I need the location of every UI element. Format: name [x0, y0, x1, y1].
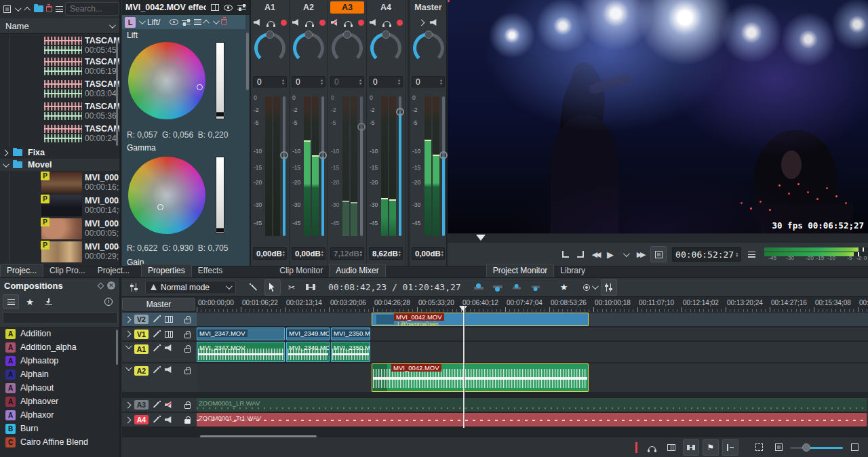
solo-headphones-icon[interactable]	[306, 21, 313, 26]
show-markers-button[interactable]	[683, 439, 699, 456]
monitor-menu-button[interactable]	[744, 246, 759, 262]
mute-icon[interactable]	[165, 401, 172, 408]
chevron-right-icon[interactable]	[125, 316, 132, 323]
balance-knob[interactable]	[332, 33, 363, 64]
timeline-clip[interactable]: MVI_2349.MOV	[286, 342, 330, 362]
snap-button[interactable]	[722, 439, 738, 456]
spinner-icon[interactable]	[359, 250, 363, 256]
move-effect-down-icon[interactable]	[213, 18, 220, 24]
show-audio-thumbnails-button[interactable]	[644, 439, 660, 456]
mixer-tab-master[interactable]: Master	[412, 1, 445, 14]
track-badge[interactable]: A4	[134, 415, 149, 424]
timeline-clip[interactable]: MVI_2350.MO	[331, 327, 370, 340]
timeline-clip-v2[interactable]: MVI_0042.MOV Lift/gamma/gain	[372, 313, 589, 326]
sliders-icon[interactable]	[237, 4, 246, 11]
timeline-settings-button[interactable]	[126, 279, 142, 296]
hide-video-icon[interactable]	[165, 331, 173, 338]
bin-item-audio[interactable]: TASCAM 00:05:45	[44, 35, 119, 57]
record-arm-icon[interactable]	[397, 20, 403, 26]
timeline-clip[interactable]: MVI_2347.MOV	[197, 327, 285, 340]
monitor-ruler[interactable]	[448, 233, 868, 243]
lock-icon[interactable]	[184, 319, 191, 323]
lane-v2[interactable]: MVI_0042.MOV Lift/gamma/gain	[197, 313, 868, 327]
volume-fader[interactable]	[357, 123, 366, 131]
volume-value[interactable]: 8,62dB	[369, 247, 403, 260]
volume-value[interactable]: 0,00dB	[253, 247, 287, 260]
composition-item[interactable]: AAlphaover	[0, 395, 119, 408]
chevron-down-icon[interactable]	[125, 342, 132, 349]
track-effects-icon[interactable]	[153, 315, 161, 323]
timeline-clip-a3[interactable]: ZOOM0001_LR.WAV	[197, 398, 867, 412]
record-arm-icon[interactable]	[319, 20, 326, 26]
tab-properties[interactable]: Properties	[141, 264, 192, 277]
bin-search-input[interactable]	[65, 2, 119, 16]
balance-knob[interactable]	[370, 33, 401, 64]
composition-item[interactable]: AAlphaatop	[0, 354, 119, 367]
bin-item-audio[interactable]: TASCAM 00:05:36	[44, 102, 119, 124]
compositions-download-button[interactable]	[41, 294, 57, 310]
collapse-mixer-icon[interactable]	[418, 19, 425, 26]
gamma-luma-slider[interactable]	[216, 157, 224, 234]
bin-item-video[interactable]: P MVI_0002.00:00:14;05	[41, 194, 119, 217]
add-clip-button[interactable]	[3, 2, 12, 16]
bin-name-header[interactable]: Name	[0, 18, 119, 34]
track-badge[interactable]: A2	[134, 366, 149, 376]
gamma-color-wheel[interactable]	[128, 157, 205, 234]
volume-fader[interactable]	[280, 151, 288, 159]
balance-value[interactable]: 0	[412, 76, 445, 87]
track-badge[interactable]: V2	[134, 315, 149, 324]
mix-clips-button[interactable]	[245, 279, 262, 296]
track-header-v2[interactable]: V2	[122, 313, 197, 327]
effects-scrollbar[interactable]	[246, 33, 249, 90]
balance-value[interactable]: 0	[292, 76, 326, 87]
compositions-list-view-button[interactable]	[3, 294, 19, 309]
razor-tool-button[interactable]	[283, 279, 300, 296]
compositions-info-button[interactable]	[100, 294, 117, 310]
compare-icon[interactable]	[211, 4, 219, 11]
lane-a4[interactable]: ZOOM0001_Tr1.WAV	[197, 413, 868, 427]
solo-headphones-icon[interactable]	[267, 21, 275, 26]
track-badge[interactable]: A1	[134, 344, 149, 354]
volume-value[interactable]: 0,00dB	[412, 247, 445, 260]
lift-slider-handle[interactable]	[216, 112, 224, 117]
effect-header-row[interactable]: L Lift/	[122, 15, 245, 29]
overwrite-zone-button[interactable]	[490, 279, 506, 296]
timeline-clip[interactable]: MVI_2349.MOV	[286, 327, 330, 340]
timeline-position-display[interactable]: 00:08:42,23 / 01:20:43,27	[328, 282, 461, 292]
volume-fader[interactable]	[396, 108, 404, 116]
track-badge[interactable]: A3	[134, 400, 149, 410]
tab-project-monitor[interactable]: Project Monitor	[486, 264, 555, 277]
track-effects-icon[interactable]	[153, 344, 161, 353]
composition-item[interactable]: BBurn	[0, 422, 119, 435]
lock-icon[interactable]	[184, 419, 191, 424]
delete-effect-icon[interactable]	[221, 19, 227, 25]
play-button[interactable]: ▶	[603, 246, 618, 262]
mute-icon[interactable]	[331, 19, 338, 26]
float-panel-icon[interactable]	[98, 282, 104, 289]
track-effects-icon[interactable]	[153, 416, 161, 424]
track-badge[interactable]: V1	[134, 330, 149, 339]
zone-mode-button[interactable]	[650, 246, 667, 262]
lane-a2[interactable]: MVI_0042.MOV	[197, 363, 868, 393]
bin-collapse-button[interactable]	[13, 2, 22, 16]
close-panel-icon[interactable]: ✕	[107, 281, 115, 290]
bin-expand-button[interactable]	[23, 2, 32, 16]
lock-icon[interactable]	[184, 348, 191, 353]
solo-headphones-icon[interactable]	[344, 21, 352, 26]
tab-project-bin[interactable]: Projec...	[0, 264, 43, 277]
balance-knob[interactable]	[293, 33, 324, 64]
zoom-out-button[interactable]	[770, 439, 787, 456]
zoom-fit-button[interactable]	[751, 439, 767, 456]
balance-knob[interactable]	[413, 33, 444, 64]
mute-icon[interactable]	[165, 366, 172, 373]
lift-wheel-marker[interactable]	[197, 84, 203, 90]
spinner-icon[interactable]	[281, 79, 285, 85]
chevron-right-icon[interactable]	[125, 416, 132, 423]
record-arm-icon[interactable]	[358, 20, 364, 26]
lock-icon[interactable]	[184, 334, 191, 338]
spinner-icon[interactable]	[439, 79, 443, 85]
mixer-tab-a4[interactable]: A4	[369, 1, 403, 14]
lane-v1[interactable]: MVI_2347.MOV MVI_2349.MOV MVI_2350.MO	[197, 327, 868, 341]
spinner-icon[interactable]	[441, 250, 444, 256]
chevron-down-icon[interactable]	[125, 364, 132, 371]
